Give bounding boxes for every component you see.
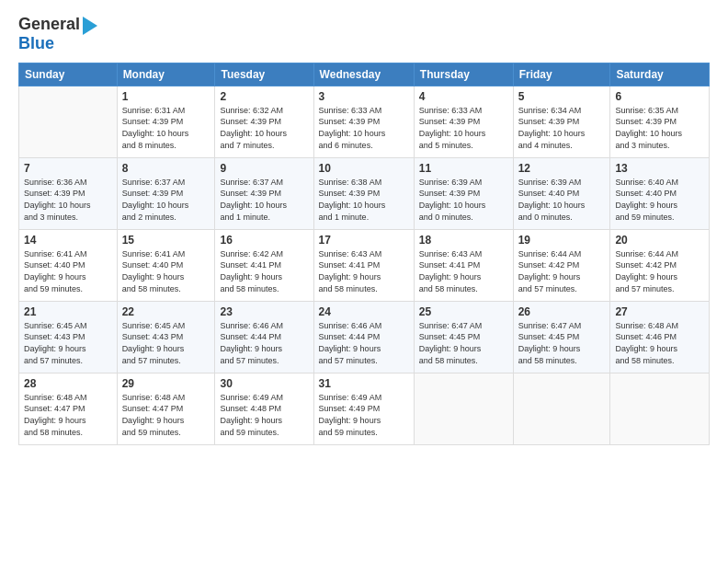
calendar-header-row: SundayMondayTuesdayWednesdayThursdayFrid…	[19, 63, 710, 86]
day-info: Sunrise: 6:44 AM Sunset: 4:42 PM Dayligh…	[615, 248, 704, 294]
calendar-cell: 7Sunrise: 6:36 AM Sunset: 4:39 PM Daylig…	[19, 157, 118, 229]
calendar-cell: 14Sunrise: 6:41 AM Sunset: 4:40 PM Dayli…	[19, 229, 118, 301]
day-info: Sunrise: 6:42 AM Sunset: 4:41 PM Dayligh…	[220, 248, 308, 294]
day-number: 11	[419, 162, 508, 175]
day-number: 23	[220, 305, 308, 318]
calendar-cell: 21Sunrise: 6:45 AM Sunset: 4:43 PM Dayli…	[19, 301, 118, 373]
day-number: 22	[122, 305, 210, 318]
day-info: Sunrise: 6:41 AM Sunset: 4:40 PM Dayligh…	[24, 248, 112, 294]
day-info: Sunrise: 6:43 AM Sunset: 4:41 PM Dayligh…	[419, 248, 508, 294]
calendar-week-row: 7Sunrise: 6:36 AM Sunset: 4:39 PM Daylig…	[19, 157, 710, 229]
logo-general: General	[18, 16, 80, 34]
calendar-cell: 2Sunrise: 6:32 AM Sunset: 4:39 PM Daylig…	[215, 86, 313, 157]
day-number: 7	[24, 162, 112, 175]
calendar-cell: 1Sunrise: 6:31 AM Sunset: 4:39 PM Daylig…	[117, 86, 215, 157]
day-number: 21	[24, 305, 112, 318]
calendar-cell: 23Sunrise: 6:46 AM Sunset: 4:44 PM Dayli…	[215, 301, 313, 373]
day-number: 29	[122, 377, 210, 390]
calendar-cell: 4Sunrise: 6:33 AM Sunset: 4:39 PM Daylig…	[414, 86, 513, 157]
calendar-cell: 17Sunrise: 6:43 AM Sunset: 4:41 PM Dayli…	[313, 229, 414, 301]
day-header-friday: Friday	[513, 63, 610, 86]
day-number: 30	[220, 377, 308, 390]
day-number: 1	[122, 90, 210, 103]
day-info: Sunrise: 6:45 AM Sunset: 4:43 PM Dayligh…	[122, 320, 210, 366]
day-info: Sunrise: 6:48 AM Sunset: 4:47 PM Dayligh…	[24, 392, 112, 438]
day-number: 12	[518, 162, 606, 175]
calendar-cell: 25Sunrise: 6:47 AM Sunset: 4:45 PM Dayli…	[414, 301, 513, 373]
calendar-cell: 30Sunrise: 6:49 AM Sunset: 4:48 PM Dayli…	[215, 373, 313, 444]
day-number: 25	[419, 305, 508, 318]
day-info: Sunrise: 6:35 AM Sunset: 4:39 PM Dayligh…	[615, 105, 704, 151]
calendar-cell: 13Sunrise: 6:40 AM Sunset: 4:40 PM Dayli…	[610, 157, 710, 229]
day-number: 3	[319, 90, 409, 103]
calendar-cell: 20Sunrise: 6:44 AM Sunset: 4:42 PM Dayli…	[610, 229, 710, 301]
day-number: 14	[24, 234, 112, 247]
calendar-cell	[19, 86, 118, 157]
day-header-wednesday: Wednesday	[313, 63, 414, 86]
day-info: Sunrise: 6:48 AM Sunset: 4:47 PM Dayligh…	[122, 392, 210, 438]
day-number: 16	[220, 234, 308, 247]
day-number: 6	[615, 90, 704, 103]
calendar-cell	[610, 373, 710, 444]
day-info: Sunrise: 6:49 AM Sunset: 4:48 PM Dayligh…	[220, 392, 308, 438]
day-number: 10	[319, 162, 409, 175]
calendar-week-row: 28Sunrise: 6:48 AM Sunset: 4:47 PM Dayli…	[19, 373, 710, 444]
day-number: 13	[615, 162, 704, 175]
day-info: Sunrise: 6:39 AM Sunset: 4:39 PM Dayligh…	[419, 177, 508, 223]
day-info: Sunrise: 6:48 AM Sunset: 4:46 PM Dayligh…	[615, 320, 704, 366]
calendar-cell: 19Sunrise: 6:44 AM Sunset: 4:42 PM Dayli…	[513, 229, 610, 301]
logo: General Blue	[18, 15, 97, 53]
day-number: 24	[319, 305, 409, 318]
day-number: 5	[518, 90, 606, 103]
day-number: 27	[615, 305, 704, 318]
day-info: Sunrise: 6:33 AM Sunset: 4:39 PM Dayligh…	[419, 105, 508, 151]
calendar-cell	[414, 373, 513, 444]
day-info: Sunrise: 6:33 AM Sunset: 4:39 PM Dayligh…	[319, 105, 409, 151]
day-info: Sunrise: 6:38 AM Sunset: 4:39 PM Dayligh…	[319, 177, 409, 223]
calendar-cell: 15Sunrise: 6:41 AM Sunset: 4:40 PM Dayli…	[117, 229, 215, 301]
day-info: Sunrise: 6:49 AM Sunset: 4:49 PM Dayligh…	[319, 392, 409, 438]
day-header-saturday: Saturday	[610, 63, 710, 86]
calendar-cell: 29Sunrise: 6:48 AM Sunset: 4:47 PM Dayli…	[117, 373, 215, 444]
day-number: 19	[518, 234, 606, 247]
day-info: Sunrise: 6:32 AM Sunset: 4:39 PM Dayligh…	[220, 105, 308, 151]
day-info: Sunrise: 6:31 AM Sunset: 4:39 PM Dayligh…	[122, 105, 210, 151]
day-number: 31	[319, 377, 409, 390]
day-info: Sunrise: 6:45 AM Sunset: 4:43 PM Dayligh…	[24, 320, 112, 366]
day-info: Sunrise: 6:43 AM Sunset: 4:41 PM Dayligh…	[319, 248, 409, 294]
day-info: Sunrise: 6:37 AM Sunset: 4:39 PM Dayligh…	[122, 177, 210, 223]
day-info: Sunrise: 6:40 AM Sunset: 4:40 PM Dayligh…	[615, 177, 704, 223]
day-number: 18	[419, 234, 508, 247]
calendar-cell: 5Sunrise: 6:34 AM Sunset: 4:39 PM Daylig…	[513, 86, 610, 157]
day-info: Sunrise: 6:37 AM Sunset: 4:39 PM Dayligh…	[220, 177, 308, 223]
header: General Blue	[18, 15, 710, 53]
calendar-cell: 16Sunrise: 6:42 AM Sunset: 4:41 PM Dayli…	[215, 229, 313, 301]
day-info: Sunrise: 6:46 AM Sunset: 4:44 PM Dayligh…	[319, 320, 409, 366]
calendar-cell	[513, 373, 610, 444]
calendar-week-row: 21Sunrise: 6:45 AM Sunset: 4:43 PM Dayli…	[19, 301, 710, 373]
calendar-cell: 18Sunrise: 6:43 AM Sunset: 4:41 PM Dayli…	[414, 229, 513, 301]
calendar-table: SundayMondayTuesdayWednesdayThursdayFrid…	[18, 63, 710, 445]
day-info: Sunrise: 6:44 AM Sunset: 4:42 PM Dayligh…	[518, 248, 606, 294]
calendar-cell: 8Sunrise: 6:37 AM Sunset: 4:39 PM Daylig…	[117, 157, 215, 229]
logo-arrow-icon	[83, 17, 97, 35]
day-number: 9	[220, 162, 308, 175]
day-number: 15	[122, 234, 210, 247]
calendar-week-row: 1Sunrise: 6:31 AM Sunset: 4:39 PM Daylig…	[19, 86, 710, 157]
page: General Blue SundayMondayTuesdayWednesda…	[0, 0, 728, 563]
day-number: 4	[419, 90, 508, 103]
day-header-tuesday: Tuesday	[215, 63, 313, 86]
calendar-cell: 12Sunrise: 6:39 AM Sunset: 4:40 PM Dayli…	[513, 157, 610, 229]
day-number: 2	[220, 90, 308, 103]
day-info: Sunrise: 6:34 AM Sunset: 4:39 PM Dayligh…	[518, 105, 606, 151]
calendar-cell: 22Sunrise: 6:45 AM Sunset: 4:43 PM Dayli…	[117, 301, 215, 373]
calendar-cell: 28Sunrise: 6:48 AM Sunset: 4:47 PM Dayli…	[19, 373, 118, 444]
day-number: 17	[319, 234, 409, 247]
calendar-cell: 6Sunrise: 6:35 AM Sunset: 4:39 PM Daylig…	[610, 86, 710, 157]
day-number: 8	[122, 162, 210, 175]
day-info: Sunrise: 6:46 AM Sunset: 4:44 PM Dayligh…	[220, 320, 308, 366]
day-number: 28	[24, 377, 112, 390]
calendar-week-row: 14Sunrise: 6:41 AM Sunset: 4:40 PM Dayli…	[19, 229, 710, 301]
day-info: Sunrise: 6:41 AM Sunset: 4:40 PM Dayligh…	[122, 248, 210, 294]
day-header-sunday: Sunday	[19, 63, 118, 86]
